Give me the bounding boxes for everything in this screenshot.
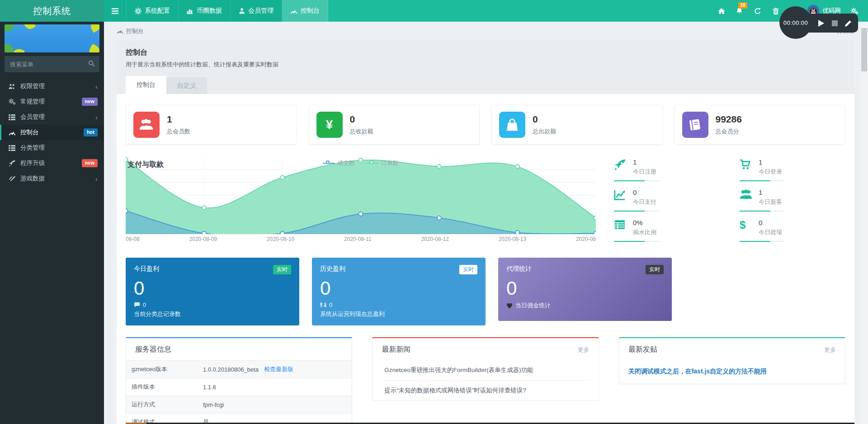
data-point-marker[interactable] [202, 206, 206, 210]
leaf-decor [23, 24, 36, 31]
quick-stat-label: 今日新客 [759, 198, 782, 206]
data-point-marker[interactable] [280, 231, 284, 234]
tab-dashboard[interactable]: 控制台 [126, 76, 166, 94]
sidebar-item-label: 会员管理 [20, 113, 45, 121]
card-value: 0 [506, 278, 664, 299]
sidebar-item-members[interactable]: 会员管理 ‹ [0, 109, 104, 125]
stat-value: 1 [167, 114, 190, 125]
refresh-button[interactable] [749, 0, 767, 22]
chart-legend: 成交数 订单数 [126, 159, 596, 167]
payments-chart-panel: 支付与取款 成交数 订单数 08-082020 [126, 156, 596, 246]
users-icon [139, 119, 154, 131]
game-icon [9, 176, 16, 181]
row-label: gznetceo版本 [132, 365, 203, 373]
search-icon[interactable] [88, 60, 95, 67]
nav-item-member-mgmt[interactable]: 会员管理 [231, 0, 282, 22]
search-input[interactable] [5, 56, 99, 72]
row-label: 运行方式 [132, 400, 203, 409]
dashboard-sheet: 1 总会员数 ¥ 0 总收款额 0 [117, 94, 854, 424]
data-point-marker[interactable] [515, 231, 519, 234]
sidebar: 权限管理 ‹ 常规管理 new 会员管理 ‹ 控制台 hot [0, 22, 104, 424]
vertical-scrollbar[interactable] [860, 22, 868, 424]
leaf-decor [89, 24, 99, 33]
sidebar-toggle-button[interactable] [104, 0, 127, 22]
leaf-decor [5, 24, 15, 33]
quick-stat-value: 0 [633, 188, 656, 196]
sidebar-item-dashboard[interactable]: 控制台 hot [0, 125, 104, 140]
x-axis-label: 2020-08-11 [344, 236, 372, 242]
stat-label: 总会员数 [167, 127, 190, 136]
data-point-marker[interactable] [202, 231, 206, 234]
top-navbar: 控制系统 系统配置 币圈数据 会员管理 控制台 [0, 0, 868, 22]
legend-item-deals[interactable]: 成交数 [323, 159, 355, 167]
nav-item-dashboard[interactable]: 控制台 [282, 0, 328, 22]
quick-stat-pay: 0 今日支付 [614, 188, 720, 212]
data-point-marker[interactable] [126, 209, 128, 213]
stat-value: 0 [350, 114, 373, 125]
legend-label: 订单数 [381, 159, 399, 167]
dashboard-icon [290, 8, 297, 14]
nav-item-coin-data[interactable]: 币圈数据 [179, 0, 231, 22]
data-point-marker[interactable] [280, 175, 284, 179]
timer-display[interactable]: 00:00:00 [779, 6, 812, 39]
quick-stat-label: 今日注册 [633, 168, 656, 176]
sidebar-item-label: 游戏数据 [20, 174, 45, 183]
tab-custom[interactable]: 自定义 [166, 77, 207, 94]
quick-stat-new-visitors: 1 今日新客 [740, 188, 845, 212]
quick-stat-label: 今日提现 [759, 228, 782, 236]
nav-menu: 系统配置 币圈数据 会员管理 控制台 [104, 0, 328, 22]
gear-icon [135, 8, 142, 14]
more-link[interactable]: 更多 [824, 346, 836, 354]
quick-stat-register: 1 今日注册 [614, 158, 720, 181]
page-header-panel: 控制台 用于展示当前系统中的统计数据、统计报表及重要实时数据 控制台 自定义 [117, 41, 854, 94]
server-info-table: gznetceo版本 1.0.0.20180806_beta 检查最新版 插件版… [126, 360, 352, 424]
legend-item-orders[interactable]: 订单数 [367, 159, 399, 167]
news-item[interactable]: Gznetceo重磅推出强大的FormBuilder(表单生成器)功能 [382, 360, 589, 381]
edit-button[interactable] [844, 19, 852, 27]
stop-button[interactable] [831, 19, 838, 27]
play-button[interactable] [817, 19, 825, 27]
sidebar-item-game-data[interactable]: 游戏数据 ‹ [0, 171, 104, 186]
realtime-badge: 实时 [459, 265, 477, 274]
navbar-spacer [328, 0, 712, 22]
hot-badge: hot [84, 128, 98, 136]
data-point-marker[interactable] [594, 231, 596, 234]
more-link[interactable]: 更多 [578, 346, 590, 354]
play-icon [818, 20, 824, 27]
progress-underline [740, 241, 785, 242]
data-point-marker[interactable] [437, 216, 441, 220]
quick-stat-value: 1 [759, 158, 782, 166]
brand-title[interactable]: 控制系统 [0, 0, 104, 22]
nav-item-system-config[interactable]: 系统配置 [127, 0, 179, 22]
list-icon [9, 145, 15, 151]
data-point-marker[interactable] [594, 216, 596, 220]
notifications-button[interactable]: 10 [731, 0, 749, 22]
users-icon [740, 189, 752, 200]
card-caption: 当日佣金统计 [515, 302, 551, 310]
card-sub-value: 0 [329, 302, 332, 308]
sidebar-menu: 权限管理 ‹ 常规管理 new 会员管理 ‹ 控制台 hot [0, 79, 104, 186]
home-icon [718, 8, 725, 14]
shopping-bag-icon [506, 118, 519, 132]
sidebar-item-categories[interactable]: 分类管理 [0, 140, 104, 155]
row-value: fpm-fcgi [203, 401, 224, 408]
notification-count-badge: 10 [738, 2, 747, 9]
dollar-icon: $ [740, 219, 753, 236]
news-item[interactable]: 提示“未知的数据格式或网络错误”时该如何排查错误? [382, 381, 589, 400]
check-latest-link[interactable]: 检查最新版 [264, 365, 293, 373]
card-value: 0 [134, 278, 291, 299]
leaf-decor [5, 42, 15, 52]
breadcrumb-label[interactable]: 控制台 [126, 27, 144, 35]
home-button[interactable] [712, 0, 731, 22]
area-chart[interactable] [126, 156, 596, 234]
post-item-link[interactable]: 关闭调试模式之后，在fast.js自定义的方法不能用 [619, 360, 845, 384]
sidebar-item-general[interactable]: 常规管理 new [0, 94, 104, 109]
data-point-marker[interactable] [359, 212, 363, 216]
summary-cards-row: 今日盈利 实时 0 0 当前分类总记录数 历史盈利 实时 [126, 258, 845, 325]
progress-underline [614, 241, 659, 242]
sidebar-item-upgrade[interactable]: 程序升级 new [0, 155, 104, 171]
sidebar-item-permissions[interactable]: 权限管理 ‹ [0, 79, 104, 94]
quick-stat-label: 今日支付 [633, 198, 656, 206]
scrollbar-thumb[interactable] [861, 28, 867, 71]
middle-row: 支付与取款 成交数 订单数 08-082020 [126, 156, 845, 246]
